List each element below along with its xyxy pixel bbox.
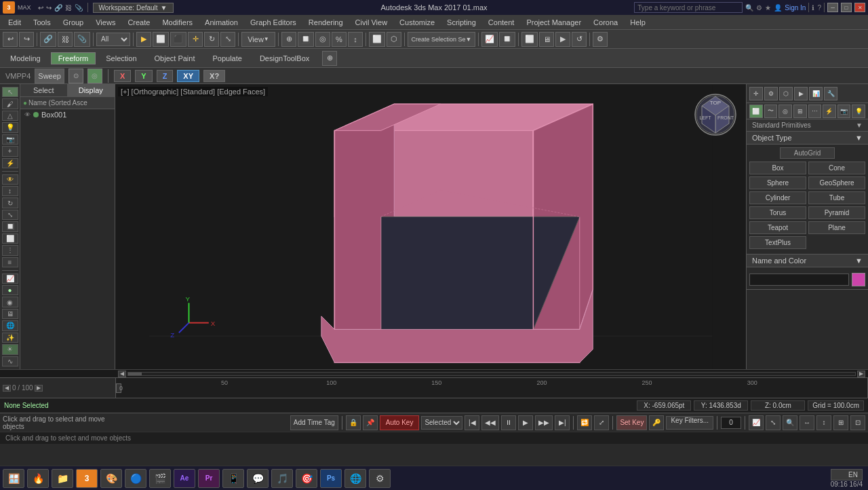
schematic-btn[interactable]: 🔲 bbox=[499, 32, 515, 47]
toolbar-icon-redo[interactable]: ↪ bbox=[46, 4, 52, 12]
axis-x-btn[interactable]: X bbox=[114, 70, 131, 82]
lt-mirror2-btn[interactable]: ⬜ bbox=[2, 233, 18, 244]
rp-display-icon[interactable]: 📊 bbox=[809, 87, 823, 100]
move-btn[interactable]: ✛ bbox=[188, 32, 203, 47]
lt-rotate2-btn[interactable]: ↻ bbox=[2, 197, 18, 208]
render-production-btn[interactable]: ▶ bbox=[555, 32, 570, 47]
timeline-scroll-track[interactable] bbox=[127, 372, 856, 376]
cone-btn[interactable]: Cone bbox=[808, 162, 865, 174]
lt-camera-btn[interactable]: 📷 bbox=[2, 134, 18, 145]
lt-shape-btn[interactable]: △ bbox=[2, 111, 18, 121]
lt-unknown2-btn[interactable]: ∿ bbox=[2, 356, 18, 366]
viewport-label[interactable]: [+] [Orthographic] [Standard] [Edged Fac… bbox=[118, 87, 268, 96]
taskbar-telegram-btn[interactable]: 💬 bbox=[247, 469, 269, 488]
ribbon-design-toolbox[interactable]: DesignToolBox bbox=[252, 52, 317, 64]
menu-tools[interactable]: Tools bbox=[28, 17, 56, 28]
navigation-cube[interactable]: TOP FRONT LEFT bbox=[692, 91, 739, 138]
next-frame-btn[interactable]: ▶| bbox=[555, 415, 570, 430]
lt-align2-btn[interactable]: ≡ bbox=[2, 257, 18, 267]
box-btn[interactable]: Box bbox=[749, 162, 806, 174]
menu-graph-editors[interactable]: Graph Editors bbox=[245, 17, 302, 28]
ribbon-populate[interactable]: Populate bbox=[205, 52, 249, 64]
viewport-nav-btn5[interactable]: ⊞ bbox=[833, 415, 848, 430]
object-type-header[interactable]: Object Type ▼ bbox=[747, 132, 868, 145]
taskbar-3ds-btn[interactable]: 3 bbox=[76, 469, 98, 488]
snap-btn[interactable]: 🔲 bbox=[298, 32, 314, 47]
menu-rendering[interactable]: Rendering bbox=[303, 17, 349, 28]
menu-corona[interactable]: Corona bbox=[588, 17, 623, 28]
menu-scripting[interactable]: Scripting bbox=[441, 17, 481, 28]
percent-snap-btn[interactable]: % bbox=[332, 32, 347, 47]
rp-nurbs-icon[interactable]: ◎ bbox=[778, 105, 792, 118]
primitives-dropdown-icon[interactable]: ▼ bbox=[856, 121, 863, 129]
ribbon-freeform[interactable]: Freeform bbox=[51, 52, 96, 64]
info-icon[interactable]: ℹ bbox=[812, 4, 814, 12]
user-icon[interactable]: 👤 bbox=[774, 4, 782, 12]
menu-create[interactable]: Create bbox=[122, 17, 155, 28]
add-time-tag-btn[interactable]: Add Time Tag bbox=[290, 415, 338, 430]
workspace-selector[interactable]: Workspace: Default ▼ bbox=[93, 3, 174, 13]
lt-array-btn[interactable]: ⋮ bbox=[2, 245, 18, 255]
set-key-btn[interactable]: Set Key bbox=[616, 415, 647, 430]
select-region2-btn[interactable]: ⬛ bbox=[170, 32, 186, 47]
undo-btn[interactable]: ↩ bbox=[3, 32, 18, 47]
menu-group[interactable]: Group bbox=[58, 17, 90, 28]
taskbar-ps-btn[interactable]: Ps bbox=[320, 469, 342, 488]
timeline-scroll-right[interactable]: ▶ bbox=[857, 371, 865, 377]
menu-civil-view[interactable]: Civil View bbox=[350, 17, 393, 28]
maximize-btn[interactable]: □ bbox=[841, 3, 852, 12]
rp-lights-icon[interactable]: 💡 bbox=[852, 105, 865, 118]
key-filters-btn[interactable]: Key Filters... bbox=[666, 416, 713, 430]
ribbon-extra[interactable]: ⊕ bbox=[322, 51, 337, 66]
taskbar-browser-btn[interactable]: 🔵 bbox=[125, 469, 146, 488]
prev-frame-btn[interactable]: |◀ bbox=[465, 415, 479, 430]
rp-dynamics-icon[interactable]: ⚡ bbox=[823, 105, 836, 118]
play-btn[interactable]: ▶ bbox=[518, 415, 533, 430]
taskbar-video-btn[interactable]: 🎬 bbox=[149, 469, 171, 488]
lt-move2-btn[interactable]: ↕ bbox=[2, 186, 18, 196]
rp-create-icon[interactable]: ✛ bbox=[749, 87, 763, 100]
lt-curve-btn[interactable]: 📈 bbox=[2, 274, 18, 284]
axis-icon2[interactable]: ◎ bbox=[87, 69, 102, 83]
pyramid-btn[interactable]: Pyramid bbox=[808, 206, 865, 219]
align-btn[interactable]: ⬡ bbox=[387, 32, 401, 47]
viewport-nav-btn2[interactable]: 🔍 bbox=[783, 415, 797, 430]
mirror-btn[interactable]: ⬜ bbox=[369, 32, 385, 47]
lt-paint-btn[interactable]: 🖌 bbox=[2, 98, 18, 109]
help-icon[interactable]: ? bbox=[817, 4, 821, 12]
set-key-icon[interactable]: 🔑 bbox=[649, 415, 664, 430]
taskbar-extra-btn[interactable]: ⚙ bbox=[369, 469, 391, 488]
lt-sun-btn[interactable]: ☀ bbox=[2, 344, 18, 354]
settings-icon[interactable]: ⚙ bbox=[756, 4, 762, 12]
timeline-left-arrow[interactable]: ◀ bbox=[3, 385, 11, 392]
viewport[interactable]: [+] [Orthographic] [Standard] [Edged Fac… bbox=[115, 84, 746, 369]
timeline-track[interactable]: 0 50 100 150 200 250 300 bbox=[115, 378, 868, 398]
axis-xz-btn[interactable]: X? bbox=[203, 70, 225, 82]
rp-modify-icon[interactable]: ⚙ bbox=[764, 87, 778, 100]
taskbar-paint-btn[interactable]: 🎨 bbox=[100, 469, 122, 488]
prev-key-btn[interactable]: ◀◀ bbox=[481, 415, 499, 430]
selected-mode-select[interactable]: Selected bbox=[421, 416, 462, 430]
rp-compound-icon[interactable]: ⊞ bbox=[793, 105, 807, 118]
search-icon[interactable]: 🔍 bbox=[745, 4, 753, 12]
lt-spacewarps-btn[interactable]: ⚡ bbox=[2, 158, 18, 168]
autogrid-btn[interactable]: AutoGrid bbox=[780, 147, 835, 159]
create-sel-set[interactable]: Create Selection Se▼ bbox=[408, 32, 475, 47]
expand-time-btn[interactable]: ⤢ bbox=[594, 415, 609, 430]
rp-splines-icon[interactable]: 〜 bbox=[764, 105, 778, 118]
scene-tab-display[interactable]: Display bbox=[68, 84, 115, 96]
filter-select[interactable]: All bbox=[96, 33, 130, 46]
render-iterative-btn[interactable]: ↺ bbox=[572, 32, 587, 47]
extra-tools-btn[interactable]: ⚙ bbox=[593, 32, 608, 47]
favorites-icon[interactable]: ★ bbox=[765, 4, 771, 12]
lt-scale2-btn[interactable]: ⤡ bbox=[2, 210, 18, 220]
ribbon-selection[interactable]: Selection bbox=[98, 52, 144, 64]
axis-xy-btn[interactable]: XY bbox=[177, 70, 199, 82]
axis-icon1[interactable]: ⊙ bbox=[68, 69, 83, 83]
rp-particles-icon[interactable]: ⋯ bbox=[808, 105, 822, 118]
ribbon-modeling[interactable]: Modeling bbox=[3, 52, 48, 64]
menu-animation[interactable]: Animation bbox=[199, 17, 243, 28]
snap-angle-btn[interactable]: ◎ bbox=[315, 32, 330, 47]
lt-display-btn[interactable]: 👁 bbox=[2, 174, 18, 185]
taskbar-files-btn[interactable]: 📁 bbox=[52, 469, 73, 488]
